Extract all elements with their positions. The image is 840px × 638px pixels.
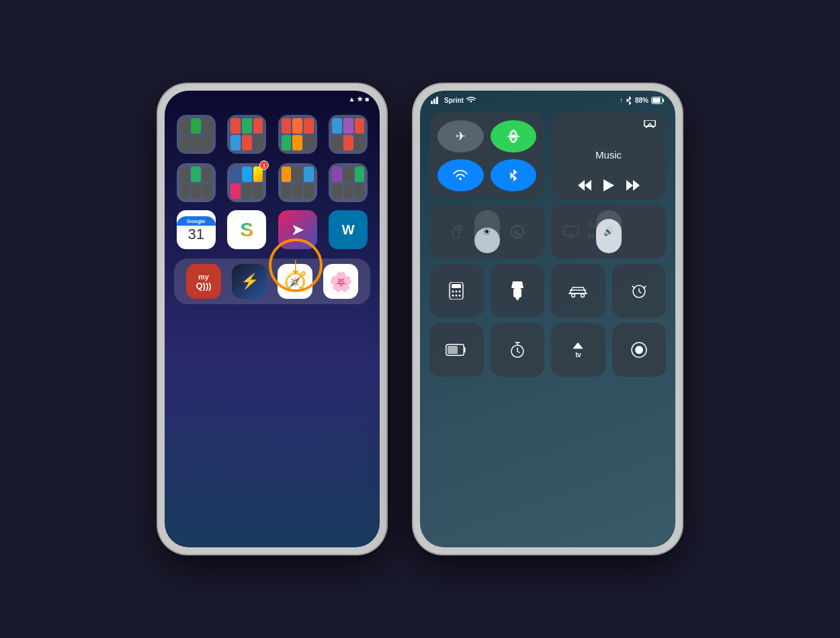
volume-slider[interactable]: 🔊 <box>551 205 666 259</box>
svg-point-22 <box>456 295 458 297</box>
calculator-btn[interactable] <box>429 264 484 318</box>
folder-stores-icon <box>278 163 317 202</box>
folder-media-icon <box>329 115 368 154</box>
left-iphone-screen: ▲ ★ ■ ↓ <box>165 91 380 547</box>
photos-icon: 🌸 <box>323 264 358 299</box>
app-wordpress[interactable]: W <box>327 210 371 252</box>
connectivity-block: ✈ <box>429 112 544 199</box>
svg-marker-11 <box>603 179 614 191</box>
svg-point-28 <box>581 294 585 298</box>
folder-guidance[interactable] <box>225 115 269 156</box>
folder-utilities[interactable] <box>327 163 371 205</box>
wifi-icon <box>466 97 476 103</box>
folder-finance-icon <box>177 115 216 154</box>
cc-row-tools <box>429 264 666 318</box>
svg-marker-13 <box>626 180 633 191</box>
prev-btn[interactable] <box>578 180 591 191</box>
folder-utilities-icon <box>329 163 368 202</box>
svg-rect-17 <box>452 284 461 288</box>
brightness-slider[interactable]: ☀ <box>429 205 544 259</box>
svg-point-19 <box>456 291 458 293</box>
gcal-icon: Google 31 <box>177 210 216 249</box>
svg-rect-25 <box>513 288 521 298</box>
dark-icon: ⚡ <box>232 264 267 299</box>
folder-media[interactable] <box>327 115 371 156</box>
location-icon: ↑ <box>620 97 623 104</box>
dock-photos[interactable]: 🌸 <box>323 264 358 299</box>
svg-rect-2 <box>436 97 438 104</box>
battery-pct: 88% <box>635 97 648 104</box>
svg-marker-24 <box>511 281 523 288</box>
swipe-down-arrow: ↓ <box>290 253 302 277</box>
battery-btn[interactable] <box>429 323 484 377</box>
right-iphone-frame: Sprint ↑ 88% <box>413 84 682 554</box>
dock-myq[interactable]: my Q))) <box>186 264 221 299</box>
battery-icon <box>651 97 665 104</box>
app-google-calendar[interactable]: Google 31 <box>174 210 218 252</box>
airplane-mode-btn[interactable]: ✈ <box>437 120 484 152</box>
svg-rect-31 <box>448 346 458 354</box>
left-iphone-frame: ▲ ★ ■ ↓ <box>158 84 386 554</box>
airplay-icon <box>643 120 657 130</box>
cc-status-bar: Sprint ↑ 88% <box>420 91 675 109</box>
folder-finance[interactable] <box>174 115 218 156</box>
music-controls <box>560 179 657 191</box>
svg-marker-9 <box>578 180 585 191</box>
swipe-circle: ↓ <box>269 238 323 292</box>
slack-icon: S <box>227 210 266 249</box>
play-btn[interactable] <box>603 179 614 191</box>
bluetooth-btn[interactable] <box>491 159 537 191</box>
music-tile: Music <box>551 112 666 199</box>
dock-darksky[interactable]: ⚡ <box>232 264 267 299</box>
svg-marker-26 <box>515 298 519 300</box>
app-slack[interactable]: S <box>225 210 269 252</box>
appletv-text: tv <box>571 351 585 359</box>
screen-record-btn[interactable] <box>612 323 667 377</box>
folder-photo-video[interactable] <box>174 163 218 205</box>
flashlight-btn[interactable] <box>491 264 545 318</box>
bluetooth-icon <box>626 95 632 105</box>
folder-social-icon: 1 <box>227 163 266 202</box>
social-badge: 1 <box>259 161 269 170</box>
app-grid: 1 <box>165 107 380 205</box>
music-title: Music <box>560 149 657 161</box>
svg-point-20 <box>459 291 461 293</box>
folder-photo-video-icon <box>177 163 216 202</box>
folder-health-icon <box>278 115 317 154</box>
svg-rect-4 <box>653 97 661 102</box>
folder-social[interactable]: 1 <box>225 163 269 205</box>
wp-icon: W <box>329 210 368 249</box>
svg-point-27 <box>572 294 575 298</box>
svg-point-23 <box>459 295 461 297</box>
timer-btn[interactable] <box>491 323 545 377</box>
svg-rect-1 <box>433 99 435 104</box>
svg-point-34 <box>635 346 643 354</box>
carplay-btn[interactable] <box>551 264 605 318</box>
svg-marker-12 <box>633 180 640 191</box>
cc-row-extra: tv <box>429 323 666 377</box>
svg-point-21 <box>452 295 454 297</box>
next-btn[interactable] <box>626 180 640 191</box>
alarm-btn[interactable] <box>612 264 667 318</box>
carrier-label: Sprint <box>444 97 464 104</box>
folder-health[interactable] <box>276 115 320 156</box>
svg-marker-10 <box>585 180 591 191</box>
sliders-row: ☀ 🔊 <box>429 205 666 259</box>
cellular-btn[interactable] <box>491 120 537 152</box>
appletv-btn[interactable]: tv <box>551 323 605 377</box>
folder-stores[interactable] <box>276 163 320 205</box>
cc-row1: ✈ <box>429 112 666 199</box>
right-iphone-screen: Sprint ↑ 88% <box>420 91 675 547</box>
folder-guidance-icon <box>227 115 266 154</box>
wifi-btn[interactable] <box>437 159 484 191</box>
signal-icon <box>431 96 442 104</box>
home-status-icons: ▲ ★ ■ <box>349 95 370 103</box>
myq-icon: my Q))) <box>186 264 221 299</box>
svg-rect-0 <box>431 101 433 104</box>
home-status-bar: ▲ ★ ■ <box>165 91 380 107</box>
svg-point-18 <box>452 291 454 293</box>
swipe-hint-container: ↓ <box>269 238 323 292</box>
